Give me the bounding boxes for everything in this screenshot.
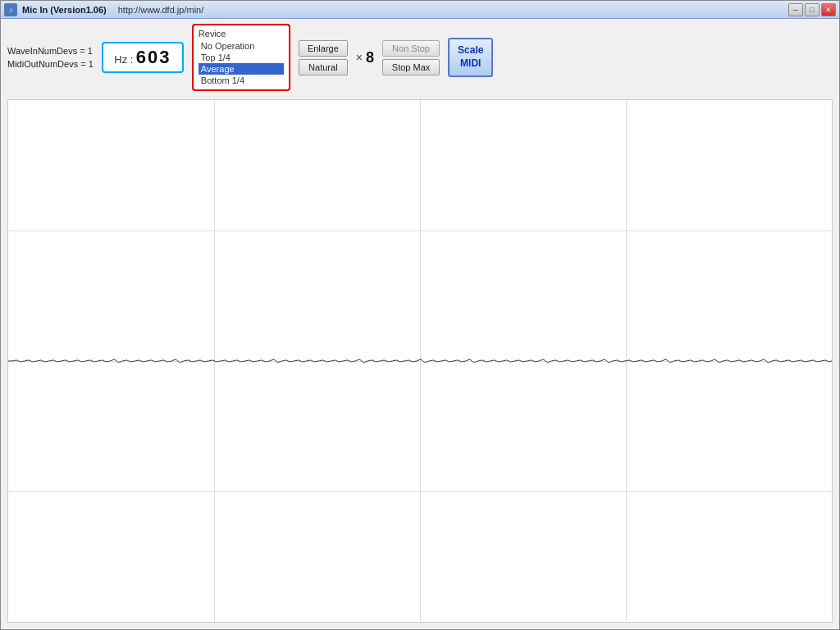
- waveform-svg: [8, 100, 832, 622]
- restore-button[interactable]: □: [805, 3, 819, 16]
- stop-buttons-group: Non Stop Stop Max: [382, 40, 440, 75]
- revice-list: No Operation Top 1/4 Average Bottom 1/4: [199, 40, 284, 86]
- multiplier-value: 8: [366, 49, 374, 66]
- toolbar: WaveInNumDevs = 1 MidiOutNumDevs = 1 Hz …: [1, 19, 839, 96]
- hz-label: Hz :: [114, 53, 133, 66]
- window-title: Mic In (Version1.06): [22, 5, 107, 15]
- scale-midi-line1: Scale: [458, 44, 483, 57]
- hz-display: Hz : 603: [102, 42, 184, 73]
- revice-option-no-operation[interactable]: No Operation: [199, 40, 284, 52]
- enlarge-natural-group: Enlarge Natural: [299, 40, 348, 75]
- close-button[interactable]: ✕: [821, 3, 836, 16]
- device-info: WaveInNumDevs = 1 MidiOutNumDevs = 1: [7, 44, 94, 71]
- revice-title: Revice: [199, 29, 284, 39]
- midi-out-info: MidiOutNumDevs = 1: [7, 57, 94, 71]
- non-stop-button[interactable]: Non Stop: [382, 40, 440, 57]
- waveform-line: [8, 359, 832, 363]
- waveform-display: [7, 99, 833, 623]
- title-bar: ♪ Mic In (Version1.06) http://www.dfd.jp…: [1, 1, 839, 19]
- revice-option-average[interactable]: Average: [199, 63, 284, 75]
- multiplier-row: × 8: [356, 49, 374, 66]
- scale-midi-line2: MIDI: [458, 57, 483, 71]
- window-url: http://www.dfd.jp/min/: [118, 5, 204, 15]
- revice-option-bottom-1-4[interactable]: Bottom 1/4: [199, 75, 284, 86]
- hz-value: 603: [136, 47, 171, 67]
- title-bar-left: ♪ Mic In (Version1.06) http://www.dfd.jp…: [4, 3, 203, 16]
- minimize-button[interactable]: ─: [788, 3, 803, 16]
- revice-option-top-1-4[interactable]: Top 1/4: [199, 52, 284, 63]
- natural-button[interactable]: Natural: [299, 59, 348, 75]
- app-icon: ♪: [4, 3, 17, 16]
- multiplier-symbol: ×: [356, 51, 363, 64]
- scale-midi-button[interactable]: Scale MIDI: [448, 38, 493, 76]
- window-controls: ─ □ ✕: [788, 3, 836, 16]
- stop-max-button[interactable]: Stop Max: [382, 59, 440, 75]
- main-window: ♪ Mic In (Version1.06) http://www.dfd.jp…: [0, 0, 840, 630]
- revice-box: Revice No Operation Top 1/4 Average Bott…: [192, 24, 290, 91]
- enlarge-button[interactable]: Enlarge: [299, 40, 348, 57]
- wave-in-info: WaveInNumDevs = 1: [7, 44, 94, 58]
